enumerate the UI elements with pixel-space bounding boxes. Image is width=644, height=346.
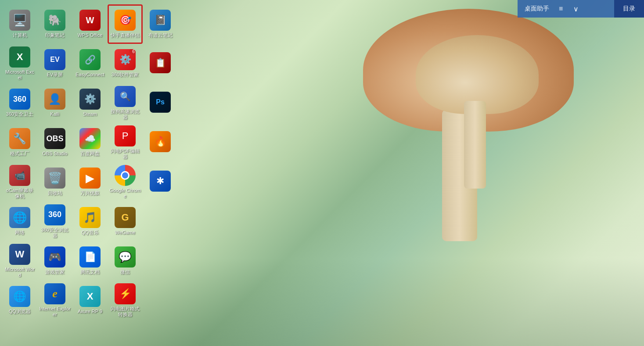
topbar-catalog-btn[interactable]: 目录 [614,0,644,18]
youdao-icon: 📓 [150,10,171,31]
baidu-icon: ☁️ [79,128,101,149]
desktop-icon-360softmgr[interactable]: ⚙️ 6 360软件管家 [108,44,143,83]
wechat-label: 微信 [120,269,130,275]
desktop-icon-recycle[interactable]: 🗑️ 回收站 [37,162,72,202]
desktop-icon-ie[interactable]: e Internet Explorer [37,281,72,320]
recycle-icon: 🗑️ [44,168,65,189]
desktop-icon-qqbrowser[interactable]: 🌐 QQ浏览器 [2,281,37,320]
badge-6: 6 [130,49,136,55]
desktop-icon-baidu[interactable]: ☁️ 百度网盘 [72,123,108,162]
desktop-icon-computer[interactable]: 🖥️ 计算机 [2,4,37,44]
desktop-icon-ps[interactable]: Ps [143,83,178,123]
desktop-icon-wps[interactable]: W WPS Office [72,4,108,44]
pdfeditor-label: 闪电PDF编辑器 [109,148,141,160]
desktop-icon-network[interactable]: 🌐 网络 [2,202,37,241]
desktop-icons-grid: 🖥️ 计算机 X Microsoft Excel 360 360安全卫士 🔧 格… [2,4,187,338]
excel-icon: X [9,46,30,68]
ps-icon: Ps [150,92,171,113]
topbar-title: 桌面助手 [525,5,549,13]
recycle-label: 回收站 [48,190,62,196]
yinxiang-icon: 🐘 [44,10,65,31]
desktop-icon-excel[interactable]: X Microsoft Excel [2,44,37,83]
network-label: 网络 [15,230,25,235]
desktop-icon-imgconverter[interactable]: ⚡ 闪电图片格式转换器 [108,281,143,320]
360browser-icon: 360 [44,204,65,225]
desktop-icon-ocam[interactable]: 📹 oCam屏幕录像机 [2,162,37,202]
360browser-label: 360安全浏览器 [39,227,71,239]
gamemgr-label: 游戏管家 [45,269,65,275]
chrome-icon [115,165,136,186]
360-label: 360安全卫士 [6,111,33,117]
qqmusic-icon: 🎵 [79,207,101,228]
sougou-label: 搜狗高速浏览器 [109,109,141,120]
desktop-icon-kuaishou[interactable]: 🎯 快手直播伴侣 [108,4,143,44]
desktop-icon-steam[interactable]: ⚙️ Steam [72,83,108,123]
desktop-icon-yinxiang[interactable]: 🐘 印象笔记 [37,4,72,44]
youdao-label: 有道云笔记 [148,32,173,38]
topbar-collapse-icon[interactable]: ∨ [572,4,579,14]
steam-icon: ⚙️ [79,89,101,110]
wechat-icon: 💬 [115,246,136,268]
wps-label: WPS Office [78,32,103,38]
network-icon: 🌐 [9,207,30,228]
axure-label: Axure RP 9 [78,309,102,314]
topbar: 桌面助手 ≡ ∨ 目录 [518,0,644,18]
baidu-label: 百度网盘 [80,151,100,157]
txdoc-label: 腾讯文档 [80,269,100,275]
desktop-icon-qqmusic[interactable]: 🎵 QQ音乐 [72,202,108,241]
ie-icon: e [44,283,65,304]
evlupan-label: EV录屏 [47,72,63,78]
computer-label: 计算机 [13,32,27,38]
easyconnect-icon: 🔗 [79,49,101,70]
desktop-icon-orange[interactable]: 🔥 [143,123,178,162]
wanjia-label: 万兴优叙 [80,190,100,196]
desktop-icon-geshigongchang[interactable]: 🔧 格式工厂 [2,123,37,162]
desktop-icon-pdfeditor[interactable]: P 闪电PDF编辑器 [108,123,143,162]
desktop-icon-chrome[interactable]: Google Chrome [108,162,143,202]
wegame-icon: G [115,207,136,228]
desktop-icon-kali[interactable]: 👤 Kalli [37,83,72,123]
topbar-menu-icon[interactable]: ≡ [558,4,564,14]
evlupan-icon: EV [44,49,65,70]
pdfeditor-icon: P [115,125,136,146]
wegame-label: WeGame [115,230,135,235]
desktop-icon-gamemgr[interactable]: 🎮 游戏管家 [37,241,72,281]
kuaishou-label: 快手直播伴侣 [111,32,140,38]
topbar-main: 桌面助手 ≡ ∨ [518,0,614,18]
computer-icon: 🖥️ [9,10,30,31]
desktop-icon-360browser[interactable]: 360 360安全浏览器 [37,202,72,241]
desktop-icon-axure[interactable]: X Axure RP 9 [72,281,108,320]
word-label: Microsoft Word [4,267,36,278]
desktop-icon-txdoc[interactable]: 📄 腾讯文档 [72,241,108,281]
axure-icon: X [79,286,101,307]
desktop-icon-wegame[interactable]: G WeGame [108,202,143,241]
word-icon: W [9,244,30,265]
wanjia-icon: ▶ [79,168,101,189]
desktop-icon-star[interactable]: ✱ [143,162,178,202]
desktop-icon-evlupan[interactable]: EV EV录屏 [37,44,72,83]
imgconverter-icon: ⚡ [115,283,136,304]
desktop-icon-misc1[interactable]: 📋 [143,44,178,83]
desktop-icon-youdao[interactable]: 📓 有道云笔记 [143,4,178,44]
star-icon: ✱ [150,171,171,192]
desktop-icon-easyconnect[interactable]: 🔗 EasyConnect [72,44,108,83]
qqbrowser-icon: 🌐 [9,286,30,307]
topbar-catalog-label: 目录 [623,5,635,13]
ocam-icon: 📹 [9,165,30,186]
ocam-label: oCam屏幕录像机 [4,188,36,199]
desktop-icon-wanjia[interactable]: ▶ 万兴优叙 [72,162,108,202]
desktop-icon-wechat[interactable]: 💬 微信 [108,241,143,281]
360-icon: 360 [9,89,30,110]
gamemgr-icon: 🎮 [44,246,65,268]
wps-icon: W [79,10,101,31]
imgconverter-label: 闪电图片格式转换器 [109,306,141,317]
geshigongchang-label: 格式工厂 [10,151,29,157]
misc1-icon: 📋 [150,52,171,73]
easyconnect-label: EasyConnect [76,72,104,78]
kali-icon: 👤 [44,89,65,110]
desktop-icon-obs[interactable]: OBS OBS Studio [37,123,72,162]
excel-label: Microsoft Excel [4,69,36,81]
desktop-icon-word[interactable]: W Microsoft Word [2,241,37,281]
desktop-icon-sougou[interactable]: 🔍 搜狗高速浏览器 [108,83,143,123]
desktop-icon-360[interactable]: 360 360安全卫士 [2,83,37,123]
